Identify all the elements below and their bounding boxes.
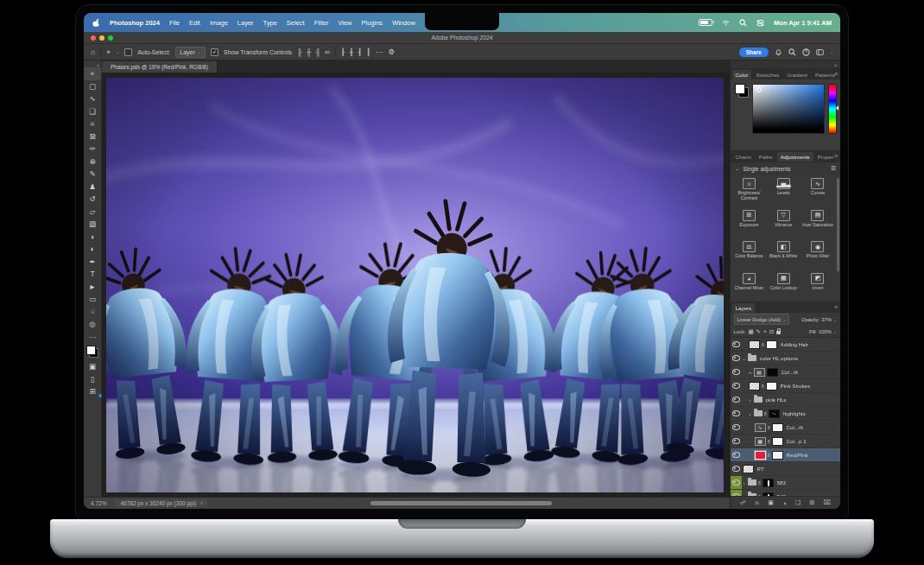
distribute-icon-2[interactable]: ┨ xyxy=(358,48,362,56)
adjustment-brightness-contrast[interactable]: ☼Brightness/ Contrast xyxy=(732,175,767,206)
color-swatches[interactable] xyxy=(86,346,98,358)
object-selection-tool[interactable]: ❏ xyxy=(84,105,101,118)
layer-visibility-cell[interactable] xyxy=(731,365,742,378)
layer-row[interactable]: ⌄8highlights xyxy=(731,407,840,421)
link-layers-icon[interactable]: ☍ xyxy=(740,499,746,506)
layer-mask-thumbnail[interactable] xyxy=(763,492,774,497)
layer-row[interactable]: ›8583 xyxy=(731,476,840,490)
menu-edit[interactable]: Edit xyxy=(189,19,200,27)
chevron-down-icon[interactable]: ⌄ xyxy=(833,329,837,334)
lock-artboard-icon[interactable]: ⊡ xyxy=(769,328,774,335)
eye-icon[interactable] xyxy=(732,397,740,403)
adjustment-exposure[interactable]: ⊞Exposure xyxy=(732,207,767,238)
layer-visibility-cell[interactable] xyxy=(731,379,742,392)
distribute-icon-1[interactable]: ╂ xyxy=(350,48,354,56)
adjustment-channel-mixer[interactable]: ◕Channel Mixer xyxy=(732,270,767,302)
pen-tool[interactable]: ✒ xyxy=(84,256,101,269)
canvas[interactable] xyxy=(102,73,730,497)
layer-mask-thumbnail[interactable] xyxy=(766,340,777,349)
close-window-button[interactable] xyxy=(91,35,96,41)
blur-tool[interactable]: ◗ xyxy=(84,231,101,244)
marquee-tool[interactable]: ▢ xyxy=(84,80,101,93)
show-transform-checkbox[interactable]: ✓ xyxy=(211,48,218,56)
eye-icon[interactable] xyxy=(732,479,740,486)
tool-preset-chevron-icon[interactable]: ⌄ xyxy=(116,49,119,54)
control-center-icon[interactable] xyxy=(756,19,764,27)
adjustment-color-lookup[interactable]: ▦Color Lookup xyxy=(766,270,801,302)
layer-effects-icon[interactable]: fx xyxy=(755,500,759,505)
layer-mask-thumbnail[interactable] xyxy=(766,382,777,390)
crop-tool[interactable]: ⌗ xyxy=(84,117,101,130)
layer-thumbnail[interactable]: ∿ xyxy=(755,423,766,432)
layer-name[interactable]: 583 xyxy=(777,479,786,486)
align-icon-1[interactable]: ╫ xyxy=(307,48,312,56)
lock-all-icon[interactable] xyxy=(776,331,781,334)
menu-plugins[interactable]: Plugins xyxy=(362,19,383,27)
layer-visibility-cell[interactable] xyxy=(731,393,742,406)
lock-transparent-icon[interactable]: ▦ xyxy=(748,328,753,335)
frame-tool[interactable]: ⊠ xyxy=(84,130,101,143)
layer-row[interactable]: ∿8Col...ift xyxy=(731,421,840,435)
brush-tool[interactable]: ✎ xyxy=(84,168,101,181)
opacity-value[interactable]: 37% xyxy=(821,317,832,322)
layer-mask-thumbnail[interactable] xyxy=(772,437,783,446)
layer-visibility-cell[interactable] xyxy=(731,338,742,351)
list-view-icon[interactable]: ☰ xyxy=(831,165,836,172)
type-tool[interactable]: T xyxy=(84,268,101,281)
layer-name[interactable]: color HL options xyxy=(760,355,798,361)
workspace-gear-icon[interactable]: ⚙ xyxy=(388,48,395,56)
layer-mask-thumbnail[interactable] xyxy=(767,368,778,377)
layer-row[interactable]: RT xyxy=(731,462,840,476)
quick-mask-button[interactable]: ▣ xyxy=(84,360,101,373)
layer-mask-thumbnail[interactable] xyxy=(772,451,783,460)
spotlight-search-icon[interactable] xyxy=(739,19,747,27)
history-brush-tool[interactable]: ↺ xyxy=(84,193,101,206)
auto-select-target-dropdown[interactable]: Layer ⌄ xyxy=(175,47,206,58)
battery-icon[interactable] xyxy=(699,19,712,26)
menu-type[interactable]: Type xyxy=(263,19,277,27)
panel-menu-icon[interactable]: ≡ xyxy=(834,71,838,77)
align-icon-3[interactable]: ═ xyxy=(325,48,330,56)
tab-gradient[interactable]: Gradient xyxy=(783,70,811,79)
minimize-window-button[interactable] xyxy=(99,35,104,41)
healing-brush-tool[interactable]: ⊕ xyxy=(84,156,101,168)
chevron-down-icon[interactable]: ⌄ xyxy=(830,49,833,54)
document-tab[interactable]: Phases.psb @ 19% (Red/Pink, RGB/8) xyxy=(102,61,218,73)
screen-mode-button[interactable]: ▯ xyxy=(84,373,101,386)
hue-slider[interactable] xyxy=(828,84,837,134)
eye-icon[interactable] xyxy=(732,369,740,375)
add-layer-mask-icon[interactable]: ▣ xyxy=(768,499,774,506)
layer-mask-thumbnail[interactable] xyxy=(769,409,780,418)
vertical-scrollbar[interactable] xyxy=(837,178,839,271)
expander-icon[interactable]: › xyxy=(742,494,747,497)
eye-icon[interactable] xyxy=(732,355,740,361)
zoom-tool[interactable]: ◎ xyxy=(84,318,101,331)
clone-stamp-tool[interactable]: ♟ xyxy=(84,181,101,194)
eye-icon[interactable] xyxy=(732,383,740,389)
layer-name[interactable]: 542 xyxy=(777,493,786,496)
layer-name[interactable]: RT xyxy=(757,466,764,472)
new-layer-icon[interactable]: ⊞ xyxy=(809,499,814,506)
layer-visibility-cell[interactable] xyxy=(731,448,742,461)
capture-share-button[interactable]: ⊞ xyxy=(84,385,101,398)
path-selection-tool[interactable]: ► xyxy=(84,281,101,294)
eye-icon[interactable] xyxy=(732,438,740,444)
current-tool-icon[interactable]: ⌖ xyxy=(106,48,111,57)
gradient-tool[interactable]: ▨ xyxy=(84,218,101,231)
eye-icon[interactable] xyxy=(732,493,740,496)
tab-layers[interactable]: Layers xyxy=(732,303,756,313)
layer-row[interactable]: ›8542 xyxy=(731,490,840,496)
eye-icon[interactable] xyxy=(732,341,740,347)
layer-row[interactable]: ¬▤Col...ift xyxy=(731,365,840,379)
layer-visibility-cell[interactable] xyxy=(731,421,742,434)
eraser-tool[interactable]: ▱ xyxy=(84,206,101,219)
layer-row[interactable]: 8Pink Strokes xyxy=(731,379,840,393)
menu-window[interactable]: Window xyxy=(392,19,415,27)
menu-filter[interactable]: Filter xyxy=(314,19,329,27)
layer-row[interactable]: ⌄color HL options xyxy=(731,352,840,365)
move-tool[interactable]: ⌖ xyxy=(84,67,101,80)
layer-name[interactable]: Col...p 1 xyxy=(787,438,807,444)
layer-row[interactable]: ›pink HLs xyxy=(731,393,840,407)
chevron-down-icon[interactable]: ⌄ xyxy=(833,317,837,322)
notifications-bell-icon[interactable] xyxy=(775,48,782,56)
